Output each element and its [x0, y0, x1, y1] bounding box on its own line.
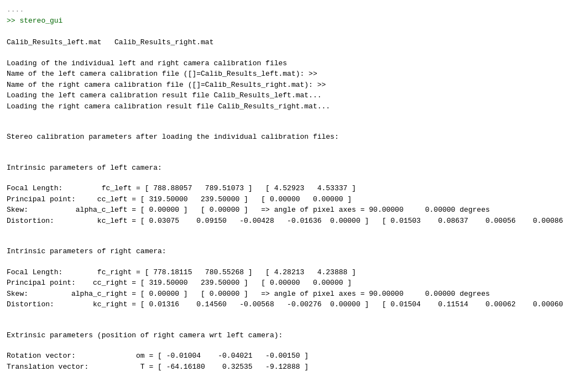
extrinsic-title: Extrinsic parameters (position of right … — [7, 330, 557, 341]
loading-line-0: Loading of the individual left and right… — [7, 58, 557, 69]
dots-line: .... — [7, 4, 557, 15]
loading-line-4: Loading the right camera calibration res… — [7, 101, 557, 112]
loading-line-2: Name of the right camera calibration fil… — [7, 80, 557, 91]
left-skew: Skew: alpha_c_left = [ 0.00000 ] [ 0.000… — [7, 205, 557, 216]
right-distortion: Distortion: kc_right = [ 0.01316 0.14560… — [7, 299, 557, 310]
calib-files-line: Calib_Results_left.mat Calib_Results_rig… — [7, 37, 557, 48]
left-distortion: Distortion: kc_left = [ 0.03075 0.09150 … — [7, 216, 557, 227]
left-principal-point: Principal point: cc_left = [ 319.50000 2… — [7, 194, 557, 205]
loading-line-3: Loading the left camera calibration resu… — [7, 90, 557, 101]
left-camera-title: Intrinsic parameters of left camera: — [7, 163, 557, 174]
terminal-title: >> stereo_gui — [7, 15, 557, 27]
terminal-window: .... >> stereo_gui Calib_Results_left.ma… — [7, 4, 557, 372]
loading-section: Loading of the individual left and right… — [7, 58, 557, 112]
right-skew: Skew: alpha_c_right = [ 0.00000 ] [ 0.00… — [7, 289, 557, 300]
right-principal-point: Principal point: cc_right = [ 319.50000 … — [7, 278, 557, 289]
left-params-section: Focal Length: fc_left = [ 788.88057 789.… — [7, 183, 557, 226]
translation-vector: Translation vector: T = [ -64.16180 0.32… — [7, 362, 557, 373]
loading-line-1: Name of the left camera calibration file… — [7, 69, 557, 80]
right-camera-title: Intrinsic parameters of right camera: — [7, 246, 557, 257]
rotation-vector: Rotation vector: om = [ -0.01004 -0.0402… — [7, 351, 557, 362]
right-params-section: Focal Length: fc_right = [ 778.18115 780… — [7, 267, 557, 310]
right-focal-length: Focal Length: fc_right = [ 778.18115 780… — [7, 267, 557, 278]
left-focal-length: Focal Length: fc_left = [ 788.88057 789.… — [7, 183, 557, 194]
stereo-section-title: Stereo calibration parameters after load… — [7, 132, 557, 143]
extrinsic-params-section: Rotation vector: om = [ -0.01004 -0.0402… — [7, 351, 557, 372]
